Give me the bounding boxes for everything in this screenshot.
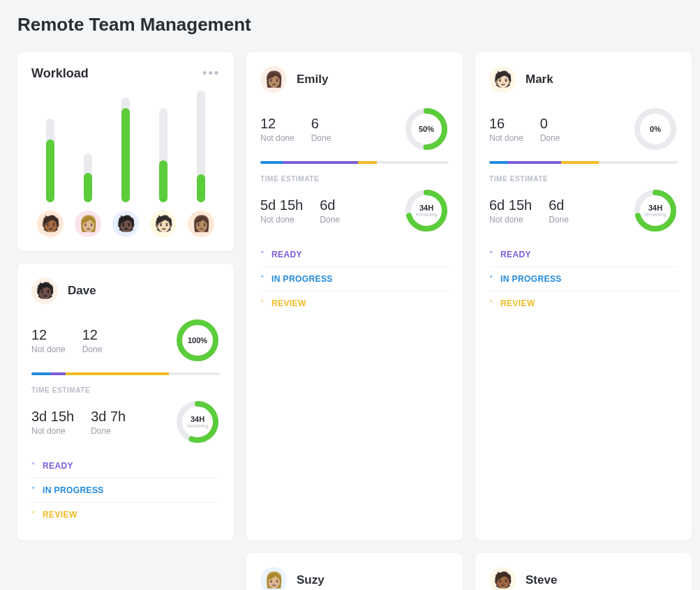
- workload-chart: [31, 98, 220, 202]
- done-label: Done: [320, 215, 340, 225]
- notdone-label: Not done: [31, 426, 74, 436]
- section-inprogress[interactable]: ˅ IN PROGRESS: [260, 266, 449, 291]
- section-label: IN PROGRESS: [271, 274, 333, 284]
- avatar[interactable]: 👩🏽: [260, 66, 287, 93]
- te-done-value: 3d 7h: [91, 409, 126, 425]
- workload-bar: [184, 91, 218, 202]
- done-label: Done: [549, 215, 569, 225]
- notdone-label: Not done: [260, 133, 295, 143]
- section-ready[interactable]: ˅ READY: [31, 454, 220, 478]
- time-estimate-heading: TIME ESTIMATE: [489, 175, 678, 183]
- page-title: Remote Team Management: [17, 14, 683, 36]
- notdone-count: 12: [31, 327, 66, 343]
- chevron-down-icon: ˅: [489, 250, 493, 259]
- more-icon[interactable]: •••: [202, 66, 220, 81]
- section-label: REVIEW: [43, 510, 77, 520]
- time-estimate-heading: TIME ESTIMATE: [260, 175, 449, 183]
- person-name: Emily: [297, 73, 328, 86]
- section-label: REVIEW: [271, 298, 306, 308]
- chevron-down-icon: ˅: [31, 486, 36, 495]
- progress-ring: 50%: [404, 107, 449, 151]
- progress-ring: 34Hremaining: [175, 400, 220, 444]
- avatar[interactable]: 🧑🏿: [112, 211, 139, 237]
- section-ready[interactable]: ˅ READY: [489, 243, 678, 266]
- te-done-value: 6d: [320, 197, 340, 213]
- section-list: ˅ READY ˅ IN PROGRESS ˅ REVIEW: [260, 243, 449, 315]
- progress-ring: 100%: [175, 318, 220, 363]
- notdone-label: Not done: [260, 215, 303, 225]
- section-ready[interactable]: ˅ READY: [260, 243, 449, 266]
- section-review[interactable]: ˅ REVIEW: [31, 502, 220, 527]
- avatar[interactable]: 👩🏼: [75, 211, 101, 237]
- avatar[interactable]: 🧑🏾: [489, 567, 516, 590]
- person-card-dave: 🧑🏿 Dave 12 Not done 12 Done 100% TIME ES…: [17, 264, 234, 540]
- chevron-down-icon: ˅: [260, 275, 265, 284]
- person-name: Dave: [68, 284, 96, 298]
- chevron-down-icon: ˅: [31, 510, 36, 520]
- avatar[interactable]: 🧑🏾: [37, 211, 64, 237]
- te-done-value: 6d: [549, 197, 569, 213]
- chevron-down-icon: ˅: [489, 275, 493, 284]
- dashboard-grid: Workload ••• 🧑🏾👩🏼🧑🏿🧑🏻👩🏽 🧑🏿 Dave 12 Not d…: [17, 52, 683, 590]
- section-label: READY: [500, 250, 531, 259]
- avatar[interactable]: 🧑🏿: [31, 278, 58, 304]
- notdone-label: Not done: [489, 133, 523, 143]
- person-card-emily: 👩🏽 Emily 12 Not done 6 Done 50% TIME EST…: [246, 52, 463, 540]
- person-card-steve: 🧑🏾 Steve 22 Not done 0 Done 0% TIME ESTI…: [475, 553, 692, 590]
- chevron-down-icon: ˅: [489, 299, 493, 308]
- section-label: REVIEW: [500, 298, 535, 308]
- done-count: 12: [82, 327, 103, 343]
- avatar[interactable]: 👩🏼: [260, 567, 287, 590]
- section-label: READY: [271, 250, 302, 259]
- avatar[interactable]: 🧑🏻: [150, 211, 177, 237]
- person-name: Mark: [526, 73, 553, 86]
- notdone-count: 16: [489, 116, 523, 132]
- chevron-down-icon: ˅: [260, 250, 265, 259]
- workload-card: Workload ••• 🧑🏾👩🏼🧑🏿🧑🏻👩🏽: [17, 52, 234, 251]
- chevron-down-icon: ˅: [260, 299, 265, 308]
- progress-bar: [260, 161, 449, 164]
- progress-ring: 34Hremaining: [404, 188, 449, 233]
- person-name: Suzy: [297, 573, 325, 587]
- person-card-mark: 🧑🏻 Mark 16 Not done 0 Done 0% TIME ESTIM…: [475, 52, 692, 540]
- time-estimate-heading: TIME ESTIMATE: [31, 386, 220, 394]
- notdone-label: Not done: [31, 345, 66, 354]
- person-card-suzy: 👩🏼 Suzy 18 Not done 12 Done 75% TIME EST…: [246, 553, 463, 590]
- notdone-label: Not done: [489, 215, 532, 225]
- section-label: READY: [43, 461, 73, 471]
- notdone-count: 12: [260, 116, 295, 132]
- section-review[interactable]: ˅ REVIEW: [260, 291, 449, 315]
- section-label: IN PROGRESS: [43, 485, 104, 495]
- workload-title: Workload: [31, 66, 89, 81]
- avatar[interactable]: 🧑🏻: [489, 66, 516, 93]
- section-list: ˅ READY ˅ IN PROGRESS ˅ REVIEW: [31, 454, 220, 527]
- section-list: ˅ READY ˅ IN PROGRESS ˅ REVIEW: [489, 243, 678, 315]
- te-notdone-value: 5d 15h: [260, 197, 303, 213]
- done-label: Done: [540, 133, 560, 143]
- section-review[interactable]: ˅ REVIEW: [489, 291, 678, 315]
- avatar[interactable]: 👩🏽: [188, 211, 214, 237]
- section-label: IN PROGRESS: [500, 274, 562, 284]
- done-label: Done: [82, 345, 103, 354]
- progress-bar: [489, 161, 678, 164]
- workload-bar: [33, 119, 68, 202]
- person-name: Steve: [526, 573, 557, 587]
- workload-bar: [109, 98, 143, 202]
- te-notdone-value: 3d 15h: [31, 409, 74, 425]
- done-label: Done: [311, 133, 332, 143]
- section-inprogress[interactable]: ˅ IN PROGRESS: [489, 266, 678, 291]
- progress-ring: 0%: [633, 107, 678, 151]
- done-count: 6: [311, 116, 332, 132]
- done-label: Done: [91, 426, 126, 436]
- progress-ring: 34Hremaining: [633, 188, 678, 233]
- workload-bar: [147, 108, 181, 202]
- workload-bar: [71, 153, 105, 202]
- done-count: 0: [540, 116, 560, 132]
- progress-bar: [31, 372, 220, 375]
- workload-avatars: 🧑🏾👩🏼🧑🏿🧑🏻👩🏽: [31, 211, 220, 237]
- chevron-down-icon: ˅: [31, 462, 36, 471]
- te-notdone-value: 6d 15h: [489, 197, 532, 213]
- section-inprogress[interactable]: ˅ IN PROGRESS: [31, 478, 220, 502]
